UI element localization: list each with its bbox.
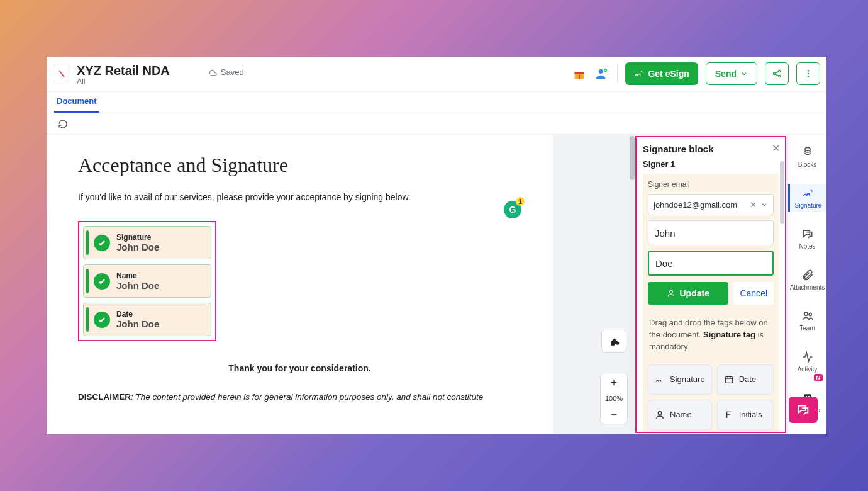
document-subtitle: All xyxy=(77,77,170,86)
doc-thanks: Thank you for your consideration. xyxy=(78,363,521,373)
first-name-input[interactable]: John xyxy=(648,220,774,246)
zoom-percent: 100% xyxy=(605,392,623,405)
signer-email-value: johndoe12@gmail.com xyxy=(654,200,737,210)
rail-team[interactable]: Team xyxy=(788,307,826,334)
fill-color-button[interactable] xyxy=(601,330,626,353)
svg-point-12 xyxy=(616,342,618,344)
signature-panel: ✕ Signature block Signer 1 Signer email … xyxy=(635,136,786,433)
clear-icon[interactable]: ✕ xyxy=(750,200,757,210)
panel-help-text: Drag and drop the tags below on the docu… xyxy=(649,317,772,353)
svg-point-13 xyxy=(670,290,673,293)
zoom-controls: + 100% − xyxy=(600,373,628,424)
chevron-down-icon[interactable] xyxy=(760,201,768,208)
signature-block-date[interactable]: Date John Doe xyxy=(83,303,211,336)
doc-heading: Acceptance and Signature xyxy=(78,154,521,177)
doc-disclaimer: DISCLAIMER: The content provided herein … xyxy=(78,392,521,402)
get-esign-label: Get eSign xyxy=(648,69,689,79)
get-esign-button[interactable]: Get eSign xyxy=(625,62,698,85)
svg-rect-14 xyxy=(725,376,732,383)
zoom-out-button[interactable]: − xyxy=(601,405,627,424)
signature-block-signature[interactable]: Signature John Doe xyxy=(83,226,211,259)
sig-value: John Doe xyxy=(116,242,159,252)
scrollbar-thumb[interactable] xyxy=(630,136,635,180)
document-title: XYZ Retail NDA xyxy=(77,64,170,78)
disclaimer-text: : The content provided herein is for gen… xyxy=(131,392,483,402)
email-label: Signer email xyxy=(648,180,774,189)
signer-email-select[interactable]: johndoe12@gmail.com ✕ xyxy=(648,194,774,215)
saved-label: Saved xyxy=(221,67,244,77)
svg-text:+: + xyxy=(605,69,607,72)
disclaimer-label: DISCLAIMER xyxy=(78,392,131,402)
zoom-in-button[interactable]: + xyxy=(601,373,627,392)
svg-point-15 xyxy=(658,411,661,414)
document-scrollbar[interactable] xyxy=(629,135,635,434)
panel-scrollbar[interactable] xyxy=(780,160,785,432)
main-area: Acceptance and Signature If you'd like t… xyxy=(47,135,826,434)
send-button[interactable]: Send xyxy=(706,62,757,85)
update-label: Update xyxy=(679,288,709,298)
toolbar xyxy=(47,113,826,135)
close-icon[interactable]: ✕ xyxy=(772,142,780,154)
rail-signature[interactable]: Signature xyxy=(788,184,826,212)
tag-signature[interactable]: Signature xyxy=(648,364,712,395)
rail-blocks[interactable]: Blocks xyxy=(788,144,826,171)
tag-date[interactable]: Date xyxy=(717,364,774,395)
tab-document[interactable]: Document xyxy=(54,93,99,113)
last-name-input[interactable]: Doe xyxy=(648,251,774,276)
svg-point-11 xyxy=(808,76,810,77)
send-label: Send xyxy=(715,69,737,79)
svg-point-16 xyxy=(804,312,808,315)
rail-notes[interactable]: Notes xyxy=(788,225,826,252)
document-icon xyxy=(53,65,70,82)
doc-intro: If you'd like to avail of our services, … xyxy=(78,192,521,202)
more-button[interactable] xyxy=(796,62,820,85)
check-icon xyxy=(94,312,110,328)
svg-point-3 xyxy=(599,69,603,73)
panel-title: Signature block xyxy=(643,144,779,154)
right-rail: Blocks Signature Notes Attachments Team … xyxy=(787,135,826,434)
rail-attachments[interactable]: Attachments xyxy=(788,266,826,293)
tag-name[interactable]: Name xyxy=(648,400,712,430)
sig-label: Signature xyxy=(116,233,159,242)
refresh-icon[interactable] xyxy=(55,116,70,132)
tabs-row: Document xyxy=(47,92,826,113)
signature-blocks-highlight: Signature John Doe Name John Doe xyxy=(78,221,216,341)
gift-icon[interactable] xyxy=(572,66,587,81)
sig-label: Date xyxy=(116,310,159,319)
signer-label: Signer 1 xyxy=(643,159,779,169)
header-actions: + Get eSign Send xyxy=(572,62,820,85)
tag-grid: Signature Date Name Initials xyxy=(648,364,774,430)
document-page: Acceptance and Signature If you'd like t… xyxy=(47,135,553,434)
signature-block-name[interactable]: Name John Doe xyxy=(83,264,211,298)
svg-point-9 xyxy=(808,70,810,72)
first-name-value: John xyxy=(655,228,676,239)
grammarly-icon[interactable]: G xyxy=(504,201,521,218)
signer-form: Signer email johndoe12@gmail.com ✕ John … xyxy=(643,174,779,433)
check-icon xyxy=(94,273,110,290)
title-wrap: XYZ Retail NDA All xyxy=(77,64,170,86)
sig-value: John Doe xyxy=(116,319,159,329)
sig-label: Name xyxy=(116,271,159,280)
rail-activity[interactable]: Activity xyxy=(788,348,826,375)
saved-indicator: Saved xyxy=(208,67,244,77)
svg-point-10 xyxy=(808,72,810,74)
tag-initials[interactable]: Initials xyxy=(717,400,774,430)
last-name-value: Doe xyxy=(655,258,673,269)
cancel-button[interactable]: Cancel xyxy=(733,282,774,305)
check-icon xyxy=(94,235,110,251)
new-badge: N xyxy=(814,374,823,381)
svg-rect-2 xyxy=(579,72,580,79)
panel-scroll-thumb[interactable] xyxy=(780,161,784,224)
document-canvas: Acceptance and Signature If you'd like t… xyxy=(47,135,635,434)
share-button[interactable] xyxy=(765,62,789,85)
add-user-icon[interactable]: + xyxy=(594,66,609,81)
divider xyxy=(617,64,618,83)
sig-value: John Doe xyxy=(116,280,159,291)
update-button[interactable]: Update xyxy=(648,282,728,305)
chat-button[interactable] xyxy=(789,397,818,423)
svg-point-17 xyxy=(809,313,811,315)
app-window: XYZ Retail NDA All Saved + Get eSign Sen… xyxy=(47,57,826,434)
topbar: XYZ Retail NDA All Saved + Get eSign Sen… xyxy=(47,57,826,92)
